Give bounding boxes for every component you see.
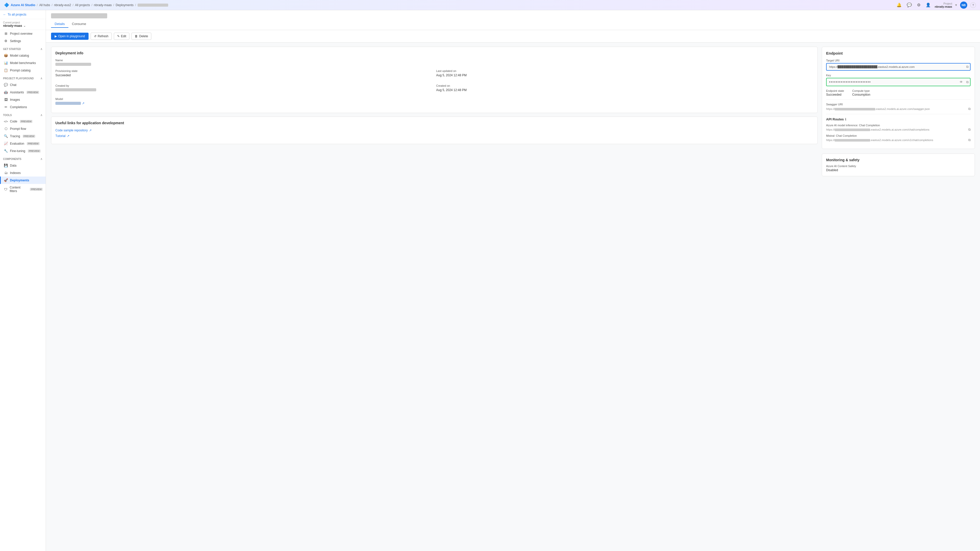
sidebar-item-label: Model catalog	[10, 54, 29, 57]
key-input[interactable]	[827, 78, 970, 86]
sidebar-item-label: Code	[10, 120, 18, 123]
back-to-projects-button[interactable]: ← To all projects	[0, 10, 46, 19]
api-routes-info-icon[interactable]: ℹ	[845, 118, 846, 121]
key-visibility-toggle[interactable]: 👁	[959, 80, 963, 84]
sidebar-item-label: Tracing	[10, 135, 20, 138]
sidebar-item-label: Prompt flow	[10, 127, 26, 130]
breadcrumb-area: 🔷 Azure AI Studio / All hubs / nbrady-eu…	[4, 3, 168, 7]
sidebar-item-label: Evaluation	[10, 142, 24, 145]
route-mistral-copy-button[interactable]: ⧉	[968, 138, 970, 142]
last-updated-value: Aug 5, 2024 12:48 PM	[436, 73, 813, 77]
open-in-playground-button[interactable]: ▶ Open in playground	[51, 33, 89, 40]
sidebar-item-chat[interactable]: 💬 Chat	[0, 81, 46, 89]
deployment-info-card: Deployment info Name Provisioning state …	[51, 47, 818, 113]
code-icon: </>	[4, 120, 8, 123]
key-copy-button[interactable]: ⧉	[966, 80, 969, 84]
last-updated-label: Last updated on	[436, 69, 813, 73]
model-catalog-icon: 📦	[4, 54, 8, 57]
collapse-components-button[interactable]: ∧	[40, 157, 43, 161]
fine-tuning-icon: 🔧	[4, 149, 8, 153]
sidebar-item-completions[interactable]: ✏ Completions	[0, 103, 46, 111]
breadcrumb-all-hubs[interactable]: All hubs	[39, 3, 50, 7]
sidebar-item-deployments[interactable]: 🚀 Deployments	[0, 176, 46, 184]
target-uri-input-wrap: ⧉	[826, 63, 970, 71]
sidebar-item-settings[interactable]: ⚙ Settings	[0, 37, 46, 44]
breadcrumb-hub[interactable]: nbrady-eus2	[54, 3, 71, 7]
key-input-wrap: 👁 ⧉	[826, 78, 970, 86]
route-chat-completion: Azure AI model inference: Chat Completio…	[826, 124, 970, 132]
sidebar-item-data[interactable]: 💾 Data	[0, 162, 46, 169]
compute-type-item: Compute type Consumption	[852, 89, 870, 97]
model-external-link-icon[interactable]: ↗	[82, 102, 84, 105]
tutorial-link[interactable]: Tutorial ↗	[56, 134, 813, 138]
sidebar-item-label: Fine-tuning	[10, 149, 25, 153]
compute-type-value: Consumption	[852, 93, 870, 97]
created-on-label: Created on	[436, 84, 813, 87]
collapse-tools-button[interactable]: ∧	[40, 113, 43, 117]
deployment-info-title: Deployment info	[56, 51, 813, 55]
refresh-button[interactable]: ↺ Refresh	[91, 33, 112, 40]
content-filters-icon: 🛡	[4, 187, 8, 191]
target-uri-label: Target URI	[826, 59, 970, 62]
deployments-icon: 🚀	[4, 178, 8, 182]
sidebar-item-content-filters[interactable]: 🛡 Content filters PREVIEW	[0, 184, 46, 195]
project-chevron-icon[interactable]: ⌄	[23, 24, 26, 27]
back-label: To all projects	[8, 13, 26, 16]
refresh-icon: ↺	[94, 35, 97, 38]
sidebar-item-label: Chat	[10, 83, 16, 87]
settings-icon[interactable]: ⚙	[916, 2, 921, 8]
collapse-get-started-button[interactable]: ∧	[40, 47, 43, 51]
sidebar-item-assistants[interactable]: 🤖 Assistants PREVIEW	[0, 89, 46, 96]
breadcrumb-project[interactable]: nbrady-maas	[94, 3, 112, 7]
swagger-uri-value: https://.eastus2.models.ai.azure.com/swa…	[826, 107, 970, 111]
left-column: Deployment info Name Provisioning state …	[51, 47, 818, 176]
breadcrumb-deployment-name	[138, 3, 168, 6]
key-field: Key 👁 ⧉	[826, 74, 970, 86]
swagger-uri-copy-button[interactable]: ⧉	[968, 107, 970, 111]
tab-details[interactable]: Details	[51, 21, 68, 28]
sidebar-item-fine-tuning[interactable]: 🔧 Fine-tuning PREVIEW	[0, 147, 46, 155]
account-icon[interactable]: 👤	[924, 2, 932, 8]
project-dropdown-icon[interactable]: ▾	[955, 3, 957, 7]
sidebar-item-project-overview[interactable]: ⊞ Project overview	[0, 30, 46, 37]
useful-links-title: Useful links for application development	[56, 121, 813, 125]
edit-button[interactable]: ✎ Edit	[114, 33, 130, 40]
sidebar-item-model-benchmarks[interactable]: 📊 Model benchmarks	[0, 59, 46, 67]
model-value-blurred	[56, 102, 81, 105]
sidebar-item-model-catalog[interactable]: 📦 Model catalog	[0, 52, 46, 59]
sidebar-item-images[interactable]: 🖼 Images	[0, 96, 46, 103]
sidebar-item-tracing[interactable]: 🔍 Tracing PREVIEW	[0, 132, 46, 140]
sidebar-item-code[interactable]: </> Code PREVIEW	[0, 118, 46, 125]
sidebar-item-evaluation[interactable]: 📈 Evaluation PREVIEW	[0, 140, 46, 147]
overview-icon: ⊞	[4, 32, 8, 35]
route-mistral-chat-completion: Mistral: Chat Completion https://.eastus…	[826, 134, 970, 142]
section-get-started: Get started ∧	[0, 44, 46, 52]
sidebar-item-indexes[interactable]: 🗂 Indexes	[0, 169, 46, 176]
content-filters-preview-badge: PREVIEW	[30, 188, 43, 191]
breadcrumb-all-projects[interactable]: All projects	[75, 3, 90, 7]
target-uri-copy-button[interactable]: ⧉	[966, 65, 969, 69]
main-content: Details Consume ▶ Open in playground ↺ R…	[46, 10, 980, 551]
prompt-catalog-icon: 📋	[4, 68, 8, 72]
sidebar-item-prompt-flow[interactable]: ⬡ Prompt flow	[0, 125, 46, 132]
breadcrumb-deployments[interactable]: Deployments	[116, 3, 134, 7]
code-sample-link[interactable]: Code sample repository ↗	[56, 129, 813, 132]
help-icon[interactable]: ?	[970, 2, 976, 8]
field-grid: Provisioning state Succeeded Last update…	[56, 69, 813, 95]
feedback-icon[interactable]: 💬	[906, 2, 913, 8]
deployment-name-blurred	[51, 13, 107, 18]
section-tools: Tools ∧	[0, 111, 46, 118]
user-avatar[interactable]: NB	[960, 2, 967, 9]
target-uri-input[interactable]	[827, 64, 970, 70]
notifications-icon[interactable]: 🔔	[896, 2, 903, 8]
name-label: Name	[56, 59, 813, 62]
tab-consume[interactable]: Consume	[68, 21, 90, 28]
swagger-uri-field: Swagger URI https://.eastus2.models.ai.a…	[826, 103, 970, 111]
sidebar-item-prompt-catalog[interactable]: 📋 Prompt catalog	[0, 67, 46, 74]
sidebar-item-label: Assistants	[10, 91, 24, 94]
collapse-playground-button[interactable]: ∧	[40, 76, 43, 80]
right-column: Endpoint Target URI ⧉ Key	[822, 47, 975, 176]
delete-button[interactable]: 🗑 Delete	[131, 33, 151, 40]
app-body: ← To all projects Current project nbrady…	[0, 10, 980, 551]
route-chat-copy-button[interactable]: ⧉	[968, 127, 970, 132]
